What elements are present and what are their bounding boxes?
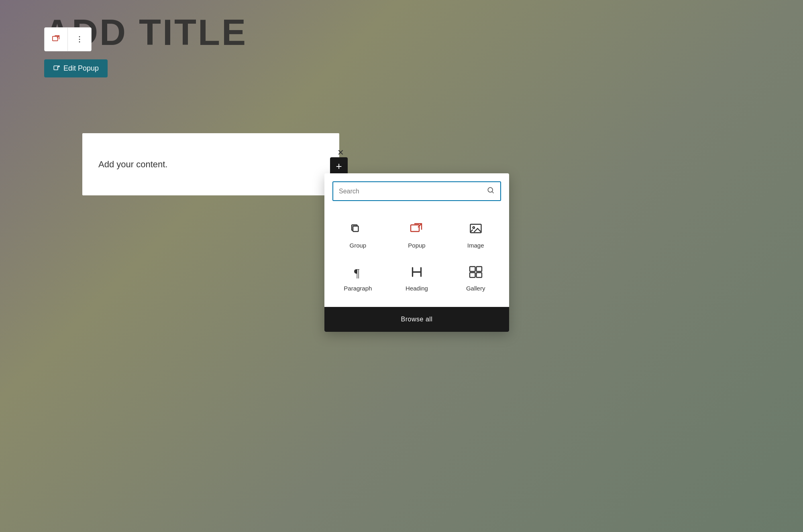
svg-rect-14 bbox=[470, 273, 475, 278]
block-item-heading[interactable]: Heading bbox=[387, 256, 446, 299]
svg-point-2 bbox=[79, 39, 80, 40]
content-placeholder: Add your content. bbox=[98, 159, 167, 170]
block-label-group: Group bbox=[349, 242, 366, 249]
block-label-popup: Popup bbox=[408, 242, 425, 249]
block-item-gallery[interactable]: Gallery bbox=[446, 256, 505, 299]
search-icon bbox=[487, 186, 495, 194]
group-icon bbox=[349, 220, 367, 238]
svg-point-10 bbox=[473, 227, 475, 229]
content-block: Add your content. bbox=[82, 133, 339, 195]
block-label-gallery: Gallery bbox=[466, 285, 485, 292]
svg-text:¶: ¶ bbox=[354, 266, 360, 279]
blocks-grid: Group Popup Ima bbox=[324, 205, 509, 307]
add-block-button[interactable]: + bbox=[330, 157, 348, 175]
popup-icon-button[interactable] bbox=[45, 28, 68, 51]
svg-rect-0 bbox=[52, 37, 57, 41]
block-item-group[interactable]: Group bbox=[328, 213, 387, 256]
svg-rect-13 bbox=[476, 267, 482, 272]
svg-rect-7 bbox=[353, 226, 359, 232]
popup-block-icon bbox=[408, 220, 426, 238]
search-box bbox=[332, 181, 501, 201]
svg-rect-12 bbox=[470, 267, 475, 272]
heading-icon bbox=[408, 263, 426, 281]
search-input[interactable] bbox=[333, 183, 481, 200]
more-options-button[interactable] bbox=[68, 28, 91, 51]
svg-point-5 bbox=[488, 187, 493, 192]
inserter-panel: Group Popup Ima bbox=[324, 173, 509, 332]
external-link-icon bbox=[53, 65, 60, 72]
block-label-paragraph: Paragraph bbox=[344, 285, 372, 292]
svg-rect-9 bbox=[470, 224, 481, 233]
block-item-image[interactable]: Image bbox=[446, 213, 505, 256]
browse-all-button[interactable]: Browse all bbox=[324, 307, 509, 332]
block-toolbar bbox=[44, 27, 92, 51]
block-item-popup[interactable]: Popup bbox=[387, 213, 446, 256]
gallery-icon bbox=[467, 263, 485, 281]
image-icon bbox=[467, 220, 485, 238]
svg-rect-8 bbox=[411, 225, 419, 232]
svg-rect-15 bbox=[476, 273, 482, 278]
svg-point-1 bbox=[79, 36, 80, 37]
paragraph-icon: ¶ bbox=[349, 263, 367, 281]
block-item-paragraph[interactable]: ¶ Paragraph bbox=[328, 256, 387, 299]
svg-point-3 bbox=[79, 41, 80, 43]
block-label-image: Image bbox=[467, 242, 484, 249]
search-button[interactable] bbox=[481, 182, 500, 200]
block-label-heading: Heading bbox=[406, 285, 428, 292]
edit-popup-button[interactable]: Edit Popup bbox=[44, 59, 108, 77]
